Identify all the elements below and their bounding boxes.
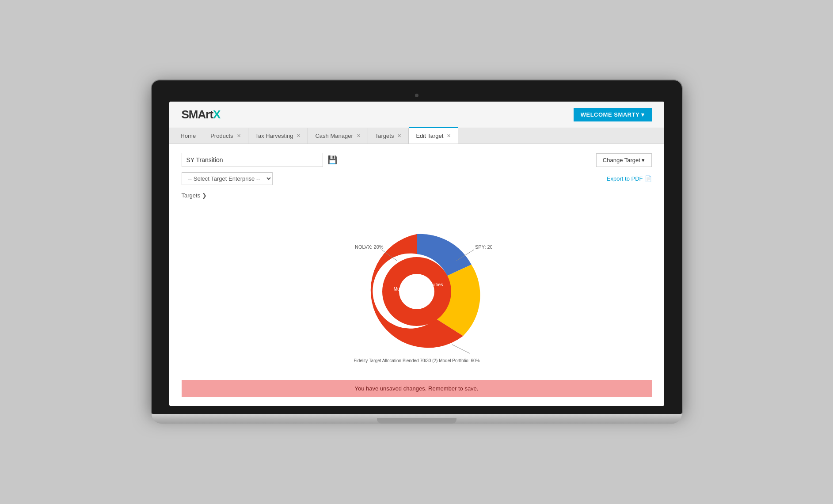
laptop-base bbox=[152, 414, 682, 424]
tab-cash-manager[interactable]: Cash Manager ✕ bbox=[308, 128, 368, 144]
tabs-bar: Home Products ✕ Tax Harvesting ✕ Cash Ma… bbox=[169, 128, 664, 144]
tab-targets[interactable]: Targets ✕ bbox=[368, 128, 409, 144]
tab-products-label: Products bbox=[210, 133, 233, 139]
target-name-input[interactable] bbox=[182, 153, 323, 167]
tab-tax-harvesting[interactable]: Tax Harvesting ✕ bbox=[248, 128, 308, 144]
export-pdf-label: Export to PDF bbox=[607, 175, 643, 182]
tab-home[interactable]: Home bbox=[174, 128, 204, 144]
change-target-button[interactable]: Change Target bbox=[596, 153, 652, 167]
camera bbox=[415, 94, 418, 97]
breadcrumb-targets[interactable]: Targets bbox=[182, 192, 201, 199]
label-equities: Equities bbox=[426, 282, 443, 287]
tab-targets-close[interactable]: ✕ bbox=[397, 133, 401, 139]
logo: SMArtX bbox=[182, 108, 221, 121]
tab-edit-target-close[interactable]: ✕ bbox=[447, 133, 451, 139]
label-models: Models bbox=[409, 294, 425, 299]
screen: SMArtX WELCOME SMARTY Home Products ✕ Ta… bbox=[169, 102, 664, 406]
export-pdf-button[interactable]: Export to PDF 📄 bbox=[607, 175, 652, 182]
label-spy-text: SPY: 20% bbox=[475, 244, 492, 250]
unsaved-banner: You have unsaved changes. Remember to sa… bbox=[182, 380, 652, 397]
laptop-frame: SMArtX WELCOME SMARTY Home Products ✕ Ta… bbox=[152, 80, 682, 424]
logo-green: X bbox=[213, 108, 220, 121]
enterprise-select[interactable]: -- Select Target Enterprise -- bbox=[182, 172, 273, 185]
breadcrumb-arrow: ❯ bbox=[202, 192, 207, 199]
breadcrumb: Targets ❯ bbox=[182, 192, 652, 199]
export-pdf-icon: 📄 bbox=[645, 175, 652, 182]
tab-tax-harvesting-label: Tax Harvesting bbox=[255, 133, 293, 139]
save-icon[interactable]: 💾 bbox=[327, 155, 337, 165]
chart-area: Equities Mutual Funds Models SPY: 20% NO… bbox=[182, 208, 652, 375]
label-fidelity-text: Fidelity Target Allocation Blended 70/30… bbox=[354, 358, 479, 363]
tab-products-close[interactable]: ✕ bbox=[237, 133, 241, 139]
app-body: 💾 Change Target -- Select Target Enterpr… bbox=[169, 144, 664, 406]
screen-bezel: SMArtX WELCOME SMARTY Home Products ✕ Ta… bbox=[152, 80, 682, 414]
tab-home-label: Home bbox=[181, 133, 196, 139]
top-row: 💾 Change Target bbox=[182, 153, 652, 167]
tab-products[interactable]: Products ✕ bbox=[203, 128, 248, 144]
label-nolvx-text: NOLVX: 20% bbox=[355, 244, 384, 250]
tab-edit-target[interactable]: Edit Target ✕ bbox=[409, 127, 458, 144]
fidelity-line bbox=[452, 345, 470, 353]
tab-tax-harvesting-close[interactable]: ✕ bbox=[297, 133, 300, 139]
pie-chart: Equities Mutual Funds Models SPY: 20% NO… bbox=[342, 216, 492, 367]
second-row: -- Select Target Enterprise -- Export to… bbox=[182, 172, 652, 185]
tab-edit-target-label: Edit Target bbox=[416, 133, 443, 139]
logo-text: SMArt bbox=[182, 108, 213, 121]
tab-cash-manager-close[interactable]: ✕ bbox=[357, 133, 361, 139]
tab-cash-manager-label: Cash Manager bbox=[315, 133, 353, 139]
label-mutual-funds: Mutual Funds bbox=[393, 287, 420, 292]
unsaved-message: You have unsaved changes. Remember to sa… bbox=[355, 385, 479, 392]
welcome-button[interactable]: WELCOME SMARTY bbox=[574, 108, 652, 121]
app-header: SMArtX WELCOME SMARTY bbox=[169, 102, 664, 128]
inner-hole bbox=[399, 274, 434, 309]
tab-targets-label: Targets bbox=[375, 133, 394, 139]
